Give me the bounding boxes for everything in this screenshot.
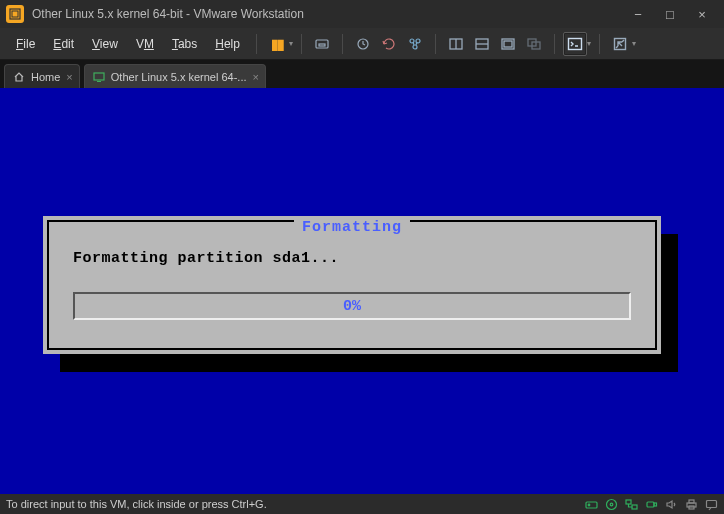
- separator: [301, 34, 302, 54]
- tab-strip: Home × Other Linux 5.x kernel 64-... ×: [0, 60, 724, 88]
- fullscreen-button[interactable]: [608, 32, 632, 56]
- console-view-button[interactable]: [563, 32, 587, 56]
- tab-vm[interactable]: Other Linux 5.x kernel 64-... ×: [84, 64, 266, 88]
- separator: [435, 34, 436, 54]
- close-tab-icon[interactable]: ×: [66, 71, 72, 83]
- window-controls: − □ ×: [628, 7, 718, 22]
- manage-snapshots-button[interactable]: [403, 32, 427, 56]
- minimize-button[interactable]: −: [628, 7, 648, 22]
- svg-rect-3: [319, 44, 325, 46]
- layout-grid-icon[interactable]: [496, 32, 520, 56]
- menu-help[interactable]: Help: [207, 33, 248, 55]
- cd-icon[interactable]: [604, 497, 618, 511]
- status-message: To direct input to this VM, click inside…: [6, 498, 584, 510]
- close-tab-icon[interactable]: ×: [253, 71, 259, 83]
- menu-tabs[interactable]: Tabs: [164, 33, 205, 55]
- status-bar: To direct input to this VM, click inside…: [0, 494, 724, 514]
- console-dropdown[interactable]: ▾: [587, 39, 591, 48]
- hdd-icon[interactable]: [584, 497, 598, 511]
- printer-icon[interactable]: [684, 497, 698, 511]
- formatting-dialog: Formatting Formatting partition sda1... …: [43, 216, 661, 354]
- sound-icon[interactable]: [664, 497, 678, 511]
- progress-label: 0%: [343, 298, 361, 315]
- svg-rect-1: [12, 11, 18, 17]
- dialog-message: Formatting partition sda1...: [73, 250, 339, 267]
- vm-running-icon: [93, 71, 105, 83]
- maximize-button[interactable]: □: [660, 7, 680, 22]
- pause-vm-button[interactable]: ▮▮: [265, 32, 289, 56]
- dialog-title: Formatting: [294, 219, 410, 236]
- svg-rect-18: [94, 73, 104, 80]
- power-dropdown[interactable]: ▾: [289, 39, 293, 48]
- tab-home-label: Home: [31, 71, 60, 83]
- unity-mode-icon[interactable]: [522, 32, 546, 56]
- separator: [554, 34, 555, 54]
- usb-icon[interactable]: [644, 497, 658, 511]
- svg-rect-29: [689, 500, 694, 503]
- network-icon[interactable]: [624, 497, 638, 511]
- fullscreen-dropdown[interactable]: ▾: [632, 39, 636, 48]
- menu-vm[interactable]: VM: [128, 33, 162, 55]
- tab-home[interactable]: Home ×: [4, 64, 80, 88]
- menu-edit[interactable]: Edit: [45, 33, 82, 55]
- svg-rect-13: [504, 41, 512, 47]
- message-icon[interactable]: [704, 497, 718, 511]
- svg-rect-31: [706, 500, 716, 507]
- title-bar: Other Linux 5.x kernel 64-bit - VMware W…: [0, 0, 724, 28]
- svg-rect-26: [647, 502, 654, 507]
- snapshot-button[interactable]: [351, 32, 375, 56]
- svg-rect-27: [654, 503, 657, 506]
- menu-bar: File Edit View VM Tabs Help ▮▮ ▾ ▾ ▾: [0, 28, 724, 60]
- svg-point-22: [606, 499, 616, 509]
- progress-bar: 0%: [73, 292, 631, 320]
- svg-rect-16: [568, 38, 581, 49]
- menu-file[interactable]: File: [8, 33, 43, 55]
- home-icon: [13, 71, 25, 83]
- revert-snapshot-button[interactable]: [377, 32, 401, 56]
- window-title: Other Linux 5.x kernel 64-bit - VMware W…: [32, 7, 628, 21]
- layout-split-icon[interactable]: [470, 32, 494, 56]
- menu-view[interactable]: View: [84, 33, 126, 55]
- vmware-logo-icon: [6, 5, 24, 23]
- layout-single-icon[interactable]: [444, 32, 468, 56]
- separator: [342, 34, 343, 54]
- close-button[interactable]: ×: [692, 7, 712, 22]
- send-ctrl-alt-del-button[interactable]: [310, 32, 334, 56]
- device-tray: [584, 497, 718, 511]
- svg-rect-24: [626, 500, 631, 504]
- guest-display[interactable]: Formatting Formatting partition sda1... …: [0, 88, 724, 494]
- tab-vm-label: Other Linux 5.x kernel 64-...: [111, 71, 247, 83]
- svg-rect-25: [632, 505, 637, 509]
- separator: [599, 34, 600, 54]
- svg-point-23: [610, 503, 613, 506]
- svg-point-7: [413, 45, 417, 49]
- svg-rect-19: [97, 81, 101, 82]
- separator: [256, 34, 257, 54]
- dialog-border: Formatting Formatting partition sda1... …: [47, 220, 657, 350]
- svg-point-21: [588, 504, 590, 506]
